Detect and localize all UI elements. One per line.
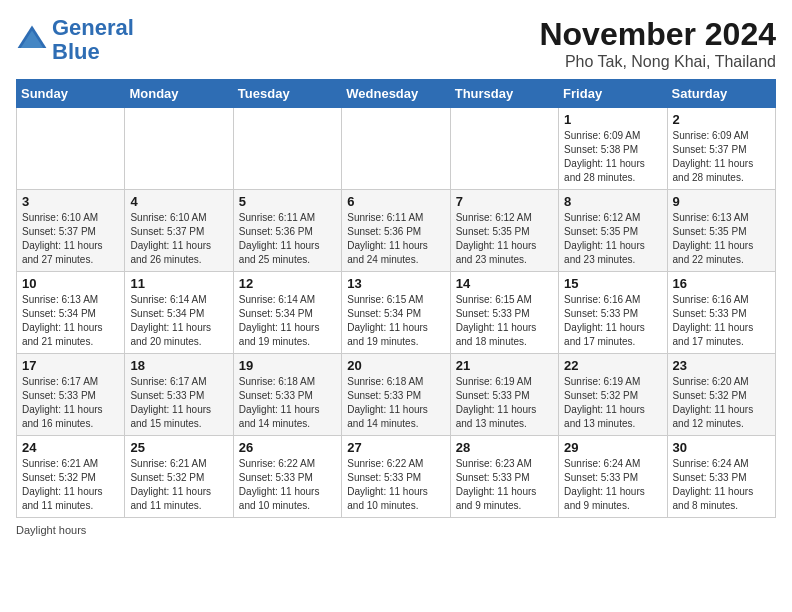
calendar-cell: 22Sunrise: 6:19 AM Sunset: 5:32 PM Dayli… [559,354,667,436]
calendar-week-2: 3Sunrise: 6:10 AM Sunset: 5:37 PM Daylig… [17,190,776,272]
calendar-cell: 15Sunrise: 6:16 AM Sunset: 5:33 PM Dayli… [559,272,667,354]
calendar-cell [233,108,341,190]
day-number: 19 [239,358,336,373]
day-info: Sunrise: 6:23 AM Sunset: 5:33 PM Dayligh… [456,457,553,513]
calendar-cell: 4Sunrise: 6:10 AM Sunset: 5:37 PM Daylig… [125,190,233,272]
day-number: 12 [239,276,336,291]
day-header-tuesday: Tuesday [233,80,341,108]
calendar-cell: 12Sunrise: 6:14 AM Sunset: 5:34 PM Dayli… [233,272,341,354]
calendar-table: SundayMondayTuesdayWednesdayThursdayFrid… [16,79,776,518]
day-header-wednesday: Wednesday [342,80,450,108]
calendar-cell: 16Sunrise: 6:16 AM Sunset: 5:33 PM Dayli… [667,272,775,354]
day-info: Sunrise: 6:09 AM Sunset: 5:38 PM Dayligh… [564,129,661,185]
calendar-cell: 28Sunrise: 6:23 AM Sunset: 5:33 PM Dayli… [450,436,558,518]
calendar-week-5: 24Sunrise: 6:21 AM Sunset: 5:32 PM Dayli… [17,436,776,518]
day-info: Sunrise: 6:15 AM Sunset: 5:33 PM Dayligh… [456,293,553,349]
day-number: 28 [456,440,553,455]
day-info: Sunrise: 6:16 AM Sunset: 5:33 PM Dayligh… [564,293,661,349]
day-number: 1 [564,112,661,127]
day-info: Sunrise: 6:10 AM Sunset: 5:37 PM Dayligh… [22,211,119,267]
day-number: 17 [22,358,119,373]
day-info: Sunrise: 6:18 AM Sunset: 5:33 PM Dayligh… [239,375,336,431]
day-number: 5 [239,194,336,209]
day-info: Sunrise: 6:17 AM Sunset: 5:33 PM Dayligh… [130,375,227,431]
day-info: Sunrise: 6:13 AM Sunset: 5:34 PM Dayligh… [22,293,119,349]
day-info: Sunrise: 6:16 AM Sunset: 5:33 PM Dayligh… [673,293,770,349]
calendar-cell: 14Sunrise: 6:15 AM Sunset: 5:33 PM Dayli… [450,272,558,354]
day-info: Sunrise: 6:21 AM Sunset: 5:32 PM Dayligh… [22,457,119,513]
day-number: 4 [130,194,227,209]
day-number: 25 [130,440,227,455]
calendar-cell: 10Sunrise: 6:13 AM Sunset: 5:34 PM Dayli… [17,272,125,354]
calendar-cell: 13Sunrise: 6:15 AM Sunset: 5:34 PM Dayli… [342,272,450,354]
day-number: 27 [347,440,444,455]
month-title: November 2024 [539,16,776,53]
calendar-cell: 6Sunrise: 6:11 AM Sunset: 5:36 PM Daylig… [342,190,450,272]
calendar-cell: 21Sunrise: 6:19 AM Sunset: 5:33 PM Dayli… [450,354,558,436]
calendar-week-3: 10Sunrise: 6:13 AM Sunset: 5:34 PM Dayli… [17,272,776,354]
day-number: 6 [347,194,444,209]
day-number: 20 [347,358,444,373]
day-info: Sunrise: 6:18 AM Sunset: 5:33 PM Dayligh… [347,375,444,431]
day-number: 11 [130,276,227,291]
calendar-cell: 7Sunrise: 6:12 AM Sunset: 5:35 PM Daylig… [450,190,558,272]
calendar-cell: 27Sunrise: 6:22 AM Sunset: 5:33 PM Dayli… [342,436,450,518]
calendar-cell [125,108,233,190]
day-header-friday: Friday [559,80,667,108]
day-info: Sunrise: 6:14 AM Sunset: 5:34 PM Dayligh… [130,293,227,349]
day-info: Sunrise: 6:24 AM Sunset: 5:33 PM Dayligh… [564,457,661,513]
calendar-cell: 8Sunrise: 6:12 AM Sunset: 5:35 PM Daylig… [559,190,667,272]
day-info: Sunrise: 6:20 AM Sunset: 5:32 PM Dayligh… [673,375,770,431]
calendar-cell: 2Sunrise: 6:09 AM Sunset: 5:37 PM Daylig… [667,108,775,190]
day-info: Sunrise: 6:19 AM Sunset: 5:33 PM Dayligh… [456,375,553,431]
day-number: 3 [22,194,119,209]
day-info: Sunrise: 6:12 AM Sunset: 5:35 PM Dayligh… [456,211,553,267]
day-number: 15 [564,276,661,291]
logo-text: General Blue [52,16,134,64]
day-info: Sunrise: 6:09 AM Sunset: 5:37 PM Dayligh… [673,129,770,185]
calendar-cell: 19Sunrise: 6:18 AM Sunset: 5:33 PM Dayli… [233,354,341,436]
day-number: 30 [673,440,770,455]
day-header-saturday: Saturday [667,80,775,108]
day-number: 21 [456,358,553,373]
day-number: 22 [564,358,661,373]
calendar-cell: 24Sunrise: 6:21 AM Sunset: 5:32 PM Dayli… [17,436,125,518]
calendar-cell: 3Sunrise: 6:10 AM Sunset: 5:37 PM Daylig… [17,190,125,272]
calendar-cell: 18Sunrise: 6:17 AM Sunset: 5:33 PM Dayli… [125,354,233,436]
calendar-cell [450,108,558,190]
day-number: 13 [347,276,444,291]
day-number: 14 [456,276,553,291]
day-number: 26 [239,440,336,455]
day-info: Sunrise: 6:19 AM Sunset: 5:32 PM Dayligh… [564,375,661,431]
day-number: 18 [130,358,227,373]
day-header-monday: Monday [125,80,233,108]
day-number: 9 [673,194,770,209]
calendar-cell: 17Sunrise: 6:17 AM Sunset: 5:33 PM Dayli… [17,354,125,436]
day-info: Sunrise: 6:10 AM Sunset: 5:37 PM Dayligh… [130,211,227,267]
logo: General Blue [16,16,134,64]
day-number: 16 [673,276,770,291]
day-number: 2 [673,112,770,127]
calendar-cell: 5Sunrise: 6:11 AM Sunset: 5:36 PM Daylig… [233,190,341,272]
day-info: Sunrise: 6:15 AM Sunset: 5:34 PM Dayligh… [347,293,444,349]
header: General Blue November 2024 Pho Tak, Nong… [16,16,776,71]
day-info: Sunrise: 6:11 AM Sunset: 5:36 PM Dayligh… [239,211,336,267]
calendar-cell: 25Sunrise: 6:21 AM Sunset: 5:32 PM Dayli… [125,436,233,518]
day-info: Sunrise: 6:14 AM Sunset: 5:34 PM Dayligh… [239,293,336,349]
calendar-cell: 9Sunrise: 6:13 AM Sunset: 5:35 PM Daylig… [667,190,775,272]
day-info: Sunrise: 6:24 AM Sunset: 5:33 PM Dayligh… [673,457,770,513]
day-header-sunday: Sunday [17,80,125,108]
day-number: 8 [564,194,661,209]
day-header-thursday: Thursday [450,80,558,108]
day-number: 24 [22,440,119,455]
day-number: 10 [22,276,119,291]
calendar-cell: 23Sunrise: 6:20 AM Sunset: 5:32 PM Dayli… [667,354,775,436]
calendar-cell: 20Sunrise: 6:18 AM Sunset: 5:33 PM Dayli… [342,354,450,436]
day-number: 7 [456,194,553,209]
calendar-cell: 26Sunrise: 6:22 AM Sunset: 5:33 PM Dayli… [233,436,341,518]
day-number: 23 [673,358,770,373]
location-title: Pho Tak, Nong Khai, Thailand [539,53,776,71]
day-info: Sunrise: 6:13 AM Sunset: 5:35 PM Dayligh… [673,211,770,267]
day-info: Sunrise: 6:21 AM Sunset: 5:32 PM Dayligh… [130,457,227,513]
footer-note: Daylight hours [16,524,776,536]
